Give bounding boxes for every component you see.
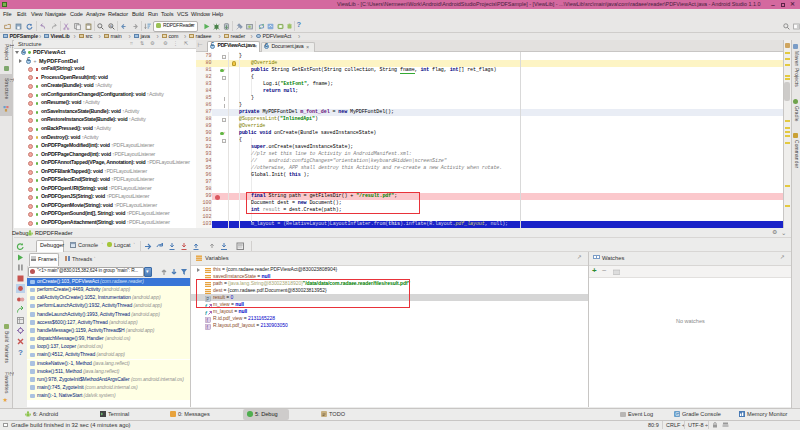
svg-text:?: ?	[18, 348, 23, 357]
svg-text:G: G	[675, 411, 679, 417]
svg-text:f: f	[205, 310, 208, 316]
